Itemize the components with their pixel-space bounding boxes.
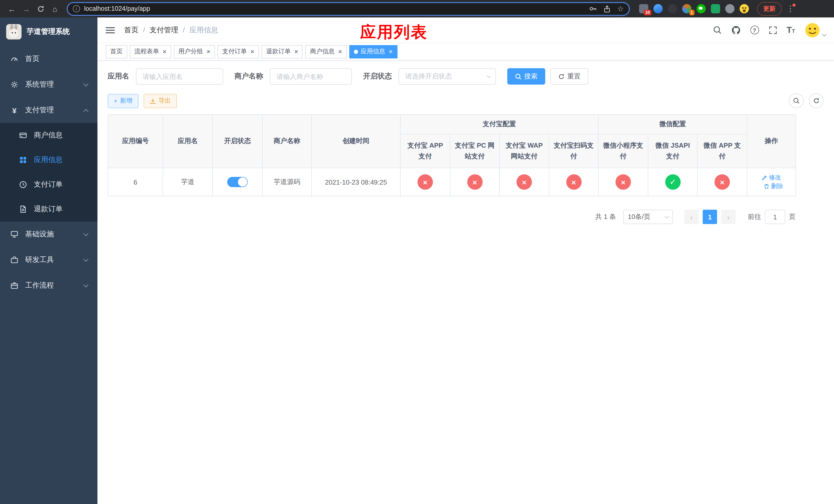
sidebar-item-devtools[interactable]: 研发工具	[0, 247, 97, 273]
app-name-input[interactable]	[136, 68, 223, 85]
close-icon[interactable]: ×	[389, 48, 393, 55]
sidebar-item-system[interactable]: 系统管理	[0, 72, 97, 97]
search-icon[interactable]	[713, 26, 721, 35]
close-icon[interactable]: ×	[206, 48, 210, 55]
search-button[interactable]: 搜索	[507, 68, 545, 85]
page-number-button[interactable]: 1	[703, 210, 717, 224]
chevron-down-icon	[665, 214, 669, 219]
tab-home[interactable]: 首页	[106, 45, 127, 58]
goto-page-input[interactable]	[765, 210, 785, 224]
tab-pay-order[interactable]: 支付订单×	[218, 45, 259, 58]
chevron-down-icon	[83, 231, 88, 236]
forward-icon[interactable]: →	[20, 2, 33, 15]
edit-link[interactable]: 修改	[762, 173, 781, 182]
extensions-area: 10 1	[639, 4, 749, 13]
extension-icon-2[interactable]	[654, 4, 663, 13]
add-button[interactable]: + 新增	[108, 94, 138, 108]
sidebar-item-workflow[interactable]: 工作流程	[0, 273, 97, 298]
extension-icon-7[interactable]	[725, 4, 734, 13]
tab-label: 商户信息	[310, 47, 335, 56]
screen: ← → ⌂ i localhost:1024/pay/app ☆ 10 1	[0, 0, 834, 504]
home-icon[interactable]: ⌂	[48, 2, 62, 15]
document-icon	[19, 205, 28, 213]
reset-button[interactable]: 重置	[550, 68, 588, 85]
hamburger-icon[interactable]	[106, 27, 115, 33]
site-info-icon[interactable]: i	[73, 5, 80, 12]
browser-toolbar: ← → ⌂ i localhost:1024/pay/app ☆ 10 1	[0, 0, 834, 18]
sidebar-logo[interactable]: 芋道管理系统	[0, 18, 97, 46]
share-icon[interactable]	[603, 5, 611, 13]
page-annotation-title: 应用列表	[360, 22, 428, 43]
browser-update-button[interactable]: 更新	[757, 2, 782, 16]
tab-app-info[interactable]: 应用信息×	[349, 45, 397, 58]
close-icon[interactable]: ×	[162, 48, 167, 55]
status-switch[interactable]	[227, 177, 248, 187]
merchant-name-input[interactable]	[270, 68, 352, 85]
sidebar-item-label: 应用信息	[34, 155, 88, 165]
sidebar-item-label: 商户信息	[34, 131, 88, 140]
help-icon[interactable]: ?	[750, 26, 759, 35]
tab-refund-order[interactable]: 退款订单×	[262, 45, 303, 58]
status-select[interactable]: 请选择开启状态	[398, 68, 496, 85]
config-status-icon: ×	[566, 174, 581, 190]
fullscreen-icon[interactable]	[769, 26, 777, 34]
prev-page-button[interactable]: ‹	[684, 210, 699, 224]
sidebar-subitem-pay-order[interactable]: 支付订单	[0, 172, 97, 197]
reload-icon[interactable]	[34, 2, 47, 15]
extension-icon-6[interactable]	[711, 4, 720, 13]
extension-icon-4[interactable]: 1	[682, 4, 692, 13]
add-button-label: 新增	[120, 96, 132, 105]
tab-process-form[interactable]: 流程表单×	[130, 45, 171, 58]
merchant-name-label: 商户名称	[235, 72, 263, 81]
config-status-icon: ×	[715, 174, 730, 190]
app-name-label: 应用名	[108, 72, 129, 81]
user-avatar[interactable]	[805, 22, 826, 38]
config-status-icon: ×	[467, 174, 482, 190]
browser-menu-icon[interactable]: ⋮	[786, 4, 795, 13]
github-icon[interactable]	[731, 25, 740, 35]
extension-icon-3[interactable]	[668, 4, 677, 13]
font-size-icon[interactable]: TT	[787, 26, 795, 35]
close-icon[interactable]: ×	[338, 48, 342, 55]
app-title: 芋道管理系统	[27, 27, 70, 37]
col-header-id: 应用编号	[108, 115, 163, 168]
password-key-icon[interactable]	[589, 5, 597, 13]
export-button-label: 导出	[158, 96, 171, 105]
close-icon[interactable]: ×	[294, 48, 298, 55]
breadcrumb-payment[interactable]: 支付管理	[150, 25, 178, 35]
tab-user-group[interactable]: 用户分组×	[174, 45, 215, 58]
sidebar-subitem-refund-order[interactable]: 退款订单	[0, 197, 97, 222]
sidebar-item-payment[interactable]: ¥ 支付管理	[0, 97, 97, 123]
reset-button-label: 重置	[567, 72, 580, 81]
breadcrumb-home[interactable]: 首页	[124, 25, 138, 35]
next-page-button[interactable]: ›	[721, 210, 736, 224]
sidebar-subitem-merchant-info[interactable]: 商户信息	[0, 123, 97, 148]
address-bar[interactable]: i localhost:1024/pay/app ☆	[67, 2, 630, 16]
export-button[interactable]: 导出	[144, 94, 177, 108]
delete-link[interactable]: 删除	[764, 182, 783, 191]
extension-icon-5[interactable]	[697, 4, 706, 13]
extension-icon-1[interactable]: 10	[639, 4, 648, 13]
active-dot	[354, 49, 358, 53]
sidebar-item-infrastructure[interactable]: 基础设施	[0, 222, 97, 247]
back-icon[interactable]: ←	[5, 2, 19, 15]
bookmark-star-icon[interactable]: ☆	[617, 5, 624, 12]
refresh-button[interactable]	[809, 93, 824, 108]
table-row: 6 芋道 芋道源码 2021-10-23 08:49:25 × × × × × …	[108, 168, 796, 196]
group-header-wechat: 微信配置	[598, 115, 747, 134]
status-label: 开启状态	[363, 72, 392, 81]
sidebar-subitem-app-info[interactable]: 应用信息	[0, 148, 97, 172]
sidebar-item-home[interactable]: 首页	[0, 46, 97, 72]
bankcard-icon	[19, 131, 28, 139]
extension-icon-8[interactable]	[740, 4, 749, 13]
tab-merchant-info[interactable]: 商户信息×	[305, 45, 347, 58]
page-size-select[interactable]: 10条/页	[623, 210, 673, 224]
chevron-down-icon	[83, 256, 88, 261]
close-icon[interactable]: ×	[250, 48, 254, 55]
tab-label: 流程表单	[134, 47, 159, 56]
chevron-up-icon	[83, 109, 88, 114]
search-form: 应用名 商户名称 开启状态 请选择开启状态	[108, 68, 824, 85]
sidebar-item-label: 支付管理	[25, 106, 78, 115]
sub-header-wechat-mini: 微信小程序支付	[598, 134, 648, 168]
toggle-search-button[interactable]	[789, 93, 804, 108]
